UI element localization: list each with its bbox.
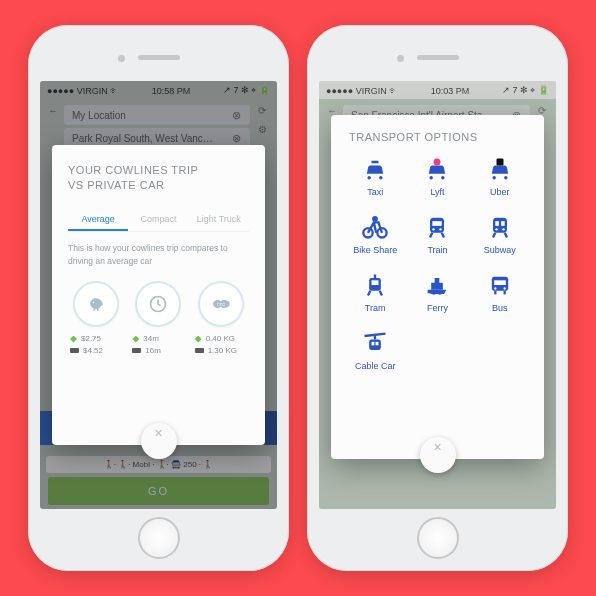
svg-rect-28 [376,342,379,346]
phone-mockup-right: ●●●●● VIRGIN ᯤ 10:03 PM ↗ 7 ✻ ⌖ 🔋 ← San … [307,25,568,571]
tram-icon [361,273,389,297]
car-type-tabs: Average Compact Light Truck [68,208,249,232]
svg-point-22 [494,287,496,289]
popup-title: YOUR COWLINES TRIP VS PRIVATE CAR [68,163,249,194]
bus-icon [486,273,514,297]
metric-co2: CO2 0.40 KG 1.30 KG [193,281,249,356]
svg-rect-25 [503,291,505,295]
option-bikeshare[interactable]: Bike Share [349,215,401,255]
svg-rect-13 [493,218,507,233]
svg-rect-14 [495,221,499,226]
option-cablecar[interactable]: Cable Car [349,331,401,371]
metrics-row: $2.75 $4.52 34m 16m CO2 0.40 KG 1.30 KG [68,281,249,356]
svg-point-16 [495,228,497,230]
tab-average[interactable]: Average [68,208,128,231]
tab-compact[interactable]: Compact [128,208,188,231]
comparison-popup: YOUR COWLINES TRIP VS PRIVATE CAR Averag… [52,145,265,445]
svg-rect-10 [433,221,442,226]
close-button[interactable]: × [420,437,456,473]
option-subway[interactable]: Subway [474,215,526,255]
train-icon [423,215,451,239]
subway-icon [486,215,514,239]
transport-options-popup: TRANSPORT OPTIONS Taxi Lyft Uber Bike [331,115,544,459]
svg-point-23 [503,287,505,289]
metric-cost: $2.75 $4.52 [68,281,124,356]
popup-description: This is how your cowlines trip compares … [68,242,249,268]
svg-point-6 [363,228,372,237]
clock-icon [135,281,181,327]
svg-rect-27 [372,342,375,346]
svg-rect-24 [494,291,496,295]
option-bus[interactable]: Bus [474,273,526,313]
option-uber[interactable]: Uber [474,157,526,197]
option-taxi[interactable]: Taxi [349,157,401,197]
metric-time: 34m 16m [130,281,186,356]
home-button[interactable] [138,517,180,559]
option-train[interactable]: Train [411,215,463,255]
speaker-decoration [417,55,459,60]
tab-light-truck[interactable]: Light Truck [189,208,249,231]
svg-rect-15 [501,221,505,226]
option-ferry[interactable]: Ferry [411,273,463,313]
svg-rect-21 [494,280,506,285]
transport-grid: Taxi Lyft Uber Bike Share Train [349,157,526,371]
popup-title: TRANSPORT OPTIONS [349,131,526,143]
svg-text:CO2: CO2 [217,302,226,307]
close-button[interactable]: × [141,423,177,459]
taxi-icon [361,157,389,181]
option-tram[interactable]: Tram [349,273,401,313]
home-button[interactable] [417,517,459,559]
co2-icon: CO2 [198,281,244,327]
ferry-icon [423,273,451,297]
svg-rect-19 [372,280,379,285]
svg-rect-26 [369,340,381,351]
speaker-decoration [138,55,180,60]
piggybank-icon [73,281,119,327]
lyft-icon [423,157,451,181]
svg-point-4 [434,159,441,166]
svg-point-11 [433,228,435,230]
svg-point-17 [502,228,504,230]
svg-point-12 [440,228,442,230]
svg-point-8 [372,216,378,222]
svg-rect-5 [496,159,503,166]
phone-mockup-left: ●●●●● VIRGIN ᯤ 10:58 PM ↗ 7 ✻ ⌖ 🔋 ← My L… [28,25,289,571]
option-lyft[interactable]: Lyft [411,157,463,197]
uber-icon [486,157,514,181]
bike-icon [361,215,389,239]
cablecar-icon [361,331,389,355]
screen-left: ●●●●● VIRGIN ᯤ 10:58 PM ↗ 7 ✻ ⌖ 🔋 ← My L… [40,81,277,509]
screen-right: ●●●●● VIRGIN ᯤ 10:03 PM ↗ 7 ✻ ⌖ 🔋 ← San … [319,81,556,509]
